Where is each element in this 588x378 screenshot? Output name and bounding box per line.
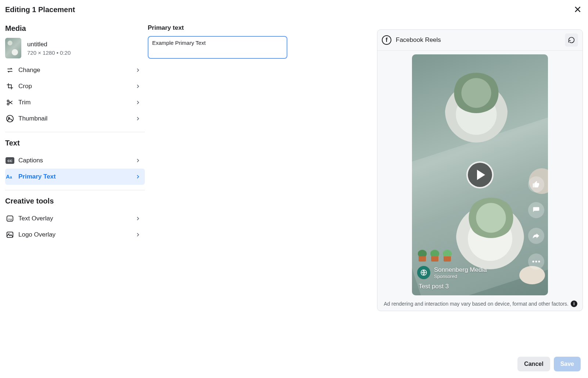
reel-preview: Sonnenberg Media Sponsored Test post 3 [412, 54, 548, 295]
text-overlay-row[interactable]: Aa Text Overlay [5, 210, 145, 227]
text-overlay-icon: Aa [5, 214, 15, 223]
media-trim-label: Trim [18, 99, 31, 106]
advertiser-name: Sonnenberg Media [434, 266, 487, 274]
advertiser-avatar [417, 266, 430, 279]
media-thumbnail-row[interactable]: Thumbnail [5, 111, 145, 127]
svg-text:CC: CC [8, 159, 12, 163]
cancel-button[interactable]: Cancel [517, 357, 550, 371]
media-file-row[interactable]: untitled 720 × 1280 • 0:20 [5, 38, 145, 58]
media-thumbnail [5, 38, 21, 58]
svg-point-3 [8, 117, 10, 119]
svg-point-13 [533, 261, 534, 263]
media-change-row[interactable]: Change [5, 62, 145, 78]
more-button[interactable] [528, 253, 544, 270]
share-button[interactable] [528, 228, 544, 244]
close-icon: ✕ [574, 4, 582, 15]
media-crop-row[interactable]: Crop [5, 78, 145, 94]
media-trim-row[interactable]: Trim [5, 94, 145, 111]
media-change-label: Change [18, 66, 40, 74]
creative-tools-title: Creative tools [5, 197, 145, 205]
info-icon[interactable]: i [571, 300, 577, 307]
more-icon [532, 260, 540, 263]
like-icon [532, 180, 540, 188]
comment-icon [533, 206, 540, 214]
svg-point-15 [538, 261, 540, 263]
svg-point-1 [7, 103, 9, 105]
advertiser-block: Sonnenberg Media Sponsored [417, 266, 487, 279]
media-file-name: untitled [27, 41, 71, 48]
preview-panel: f Facebook Reels [377, 29, 583, 311]
left-panel: Media untitled 720 × 1280 • 0:20 Change … [0, 18, 145, 311]
refresh-preview-button[interactable] [565, 33, 578, 47]
text-primary-text-label: Primary Text [18, 173, 56, 180]
chevron-right-icon [135, 216, 140, 221]
text-captions-label: Captions [18, 157, 43, 164]
refresh-icon [568, 36, 575, 44]
page-title: Editing 1 Placement [5, 6, 75, 14]
text-captions-row[interactable]: CC Captions [5, 152, 145, 169]
logo-overlay-label: Logo Overlay [18, 231, 55, 238]
chevron-right-icon [135, 116, 140, 121]
chevron-right-icon [135, 174, 140, 179]
chevron-right-icon [135, 68, 140, 73]
logo-overlay-row[interactable]: Logo Overlay [5, 227, 145, 243]
play-button[interactable] [466, 161, 494, 188]
scissors-icon [5, 98, 15, 107]
preview-image-content [456, 201, 524, 269]
svg-point-14 [535, 261, 537, 263]
preview-sticker-row [417, 249, 452, 262]
share-icon [532, 232, 540, 240]
primary-text-panel: Primary text Example Primary Text [145, 18, 294, 311]
text-overlay-label: Text Overlay [18, 215, 53, 222]
image-icon [5, 230, 15, 240]
media-file-meta: 720 × 1280 • 0:20 [27, 50, 71, 56]
svg-text:a: a [10, 176, 12, 180]
chevron-right-icon [135, 158, 140, 163]
cc-icon: CC [5, 156, 15, 165]
preview-post-text: Test post 3 [419, 283, 449, 290]
swap-icon [5, 65, 15, 75]
svg-point-0 [7, 100, 9, 102]
sponsored-label: Sponsored [434, 274, 487, 279]
chevron-right-icon [135, 100, 140, 105]
thumbnail-icon [5, 114, 15, 123]
divider [5, 132, 145, 132]
crop-icon [5, 82, 15, 91]
text-section-title: Text [5, 139, 145, 147]
facebook-icon: f [382, 35, 391, 45]
save-button[interactable]: Save [554, 357, 581, 371]
svg-text:Aa: Aa [8, 217, 12, 221]
divider [5, 190, 145, 190]
media-crop-label: Crop [18, 83, 32, 90]
media-section-title: Media [5, 24, 145, 33]
preview-placement-name: Facebook Reels [396, 36, 441, 44]
primary-text-input[interactable]: Example Primary Text [148, 36, 287, 59]
preview-disclaimer: Ad rendering and interaction may vary ba… [384, 301, 569, 307]
chevron-right-icon [135, 84, 140, 89]
text-aa-icon: Aa [5, 172, 15, 181]
text-primary-text-row[interactable]: Aa Primary Text [5, 169, 145, 185]
preview-image-content [445, 80, 508, 143]
chevron-right-icon [135, 232, 140, 237]
comment-button[interactable] [528, 202, 544, 218]
media-thumbnail-label: Thumbnail [18, 115, 47, 122]
svg-point-11 [8, 233, 10, 234]
close-button[interactable]: ✕ [573, 4, 583, 15]
primary-text-label: Primary text [148, 24, 290, 32]
like-button[interactable] [528, 176, 544, 192]
svg-text:A: A [6, 174, 10, 180]
